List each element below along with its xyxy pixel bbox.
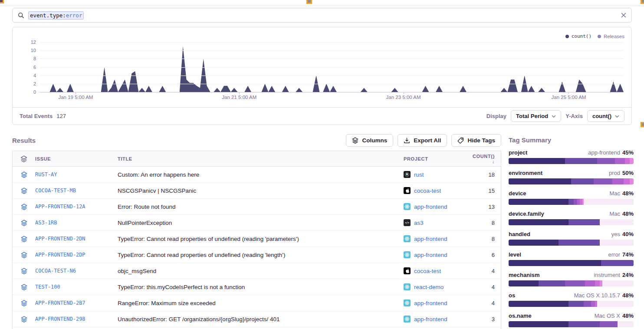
tag-top-value: Mac OS X 10.15.7: [574, 292, 620, 299]
project-link[interactable]: app-frontend: [395, 235, 469, 242]
column-header-count[interactable]: COUNT() ↓: [469, 154, 495, 164]
tag-bar-segment: [600, 219, 634, 225]
issue-title: TypeError: this.myCodeIsPerfect is not a…: [118, 284, 395, 290]
issue-stack-icon[interactable]: [13, 268, 35, 274]
table-row: COCOA-TEST-MB NSCGSPanicv | NSCGSPanic c…: [13, 183, 501, 199]
issue-stack-icon[interactable]: [13, 204, 35, 210]
hide-tags-button[interactable]: Hide Tags: [451, 134, 501, 147]
tag-distribution-bar[interactable]: [509, 321, 634, 327]
gridline: [39, 59, 624, 59]
column-header-project[interactable]: PROJECT: [395, 156, 469, 161]
react-platform-icon: [404, 299, 411, 306]
issue-link[interactable]: AS3-1RB: [35, 220, 118, 226]
gridline: [39, 67, 624, 68]
issue-stack-icon[interactable]: [13, 188, 35, 194]
tag-top-value: error: [608, 251, 620, 258]
events-area-chart[interactable]: 121086420 Jan 19 5:00 AM Jan 21 5:00 AM …: [39, 42, 624, 92]
tag-summary-item: device Mac 48%: [509, 190, 634, 205]
tag-top-value: Mac OS X: [595, 313, 620, 319]
chevron-down-icon: [615, 115, 619, 118]
tag-bar-segment: [600, 321, 617, 327]
issue-title: NSCGSPanicv | NSCGSPanic: [118, 188, 395, 194]
issue-link[interactable]: APP-FRONTEND-2B7: [35, 300, 118, 306]
issue-title: RangeError: Maximum size exceeded: [118, 300, 395, 306]
selection-handle: [0, 0, 4, 3]
project-link[interactable]: app-frontend: [395, 203, 469, 210]
tag-summary-item: device.family Mac 48%: [509, 211, 634, 225]
tag-distribution-bar[interactable]: [509, 158, 634, 164]
tag-bar-segment: [565, 280, 585, 286]
table-row: COCOA-TEST-N6 objc_msgSend cocoa-test 4: [13, 263, 501, 279]
issue-stack-icon[interactable]: [13, 252, 35, 258]
display-dropdown[interactable]: Total Period: [511, 110, 561, 122]
project-link[interactable]: react-demo: [395, 283, 469, 290]
issue-link[interactable]: APP-FRONTEND-2DP: [35, 252, 118, 258]
issue-stack-icon[interactable]: [13, 316, 35, 322]
tag-top-value: Mac: [609, 211, 620, 217]
react-platform-icon: [404, 316, 411, 322]
tag-icon: [457, 137, 464, 144]
code-platform-icon: </>: [404, 219, 411, 226]
tag-distribution-bar[interactable]: [509, 219, 634, 225]
issue-link[interactable]: RUST-AY: [35, 171, 118, 178]
tag-name: device: [509, 190, 526, 197]
tag-bar-segment: [571, 178, 594, 184]
issue-stack-icon[interactable]: [13, 220, 35, 226]
column-header-issue[interactable]: ISSUE: [35, 156, 118, 161]
column-header-title[interactable]: TITLE: [118, 156, 395, 161]
tag-distribution-bar[interactable]: [509, 260, 634, 266]
tag-bar-segment: [509, 280, 539, 286]
project-link[interactable]: app-frontend: [395, 299, 469, 306]
tag-summary: Tag Summary project app-frontend 45% env…: [509, 136, 634, 329]
tag-distribution-bar[interactable]: [509, 240, 634, 246]
project-link[interactable]: </>as3: [395, 219, 469, 226]
issue-link[interactable]: APP-FRONTEND-12A: [35, 204, 118, 210]
y-axis-tick-label: 10: [20, 48, 36, 53]
project-link[interactable]: cocoa-test: [395, 187, 469, 194]
project-link[interactable]: app-frontend: [395, 251, 469, 258]
issue-link[interactable]: TEST-100: [35, 284, 118, 290]
tag-top-percent: 40%: [622, 231, 634, 237]
issue-link[interactable]: APP-FRONTEND-298: [35, 316, 118, 322]
tag-top-percent: 50%: [622, 170, 634, 176]
issue-link[interactable]: COCOA-TEST-N6: [35, 268, 118, 274]
tag-distribution-bar[interactable]: [509, 178, 634, 184]
tag-distribution-bar[interactable]: [509, 280, 634, 286]
issue-stack-icon[interactable]: [13, 300, 35, 306]
tag-bar-segment: [559, 240, 600, 246]
tag-bar-segment: [585, 280, 595, 286]
issue-title: Error: Route not found: [118, 204, 395, 210]
tag-distribution-bar[interactable]: [509, 301, 634, 307]
chart-legend: count() Releases: [565, 33, 624, 39]
project-link[interactable]: cocoa-test: [395, 267, 469, 274]
tag-bar-segment: [568, 321, 600, 327]
export-all-button[interactable]: Export All: [398, 134, 447, 147]
y-axis-tick-label: 2: [20, 81, 36, 86]
y-axis-tick-label: 4: [20, 73, 36, 78]
project-link[interactable]: Rrust: [395, 171, 469, 178]
y-axis-dropdown[interactable]: count(): [587, 110, 624, 122]
search-bar[interactable]: event.type:error: [12, 8, 632, 23]
issue-count: 3: [469, 316, 495, 322]
tag-summary-item: os.name Mac OS X 48%: [509, 313, 634, 327]
issue-stack-icon[interactable]: [13, 284, 35, 290]
project-link[interactable]: app-frontend: [395, 316, 469, 322]
tag-distribution-bar[interactable]: [509, 199, 634, 205]
close-icon[interactable]: [621, 13, 626, 18]
issue-stack-icon[interactable]: [13, 236, 35, 242]
issue-link[interactable]: APP-FRONTEND-2DN: [35, 236, 118, 242]
issue-title: NullPointerException: [118, 220, 395, 226]
tag-bar-segment: [509, 240, 559, 246]
svg-text:</>: </>: [405, 221, 410, 224]
columns-button[interactable]: Columns: [346, 134, 393, 147]
issue-stack-icon[interactable]: [13, 171, 35, 178]
tag-bar-segment: [568, 199, 574, 205]
events-chart-panel: count() Releases 121086420 Jan 19 5:00 A…: [12, 27, 632, 125]
y-axis-tick-label: 12: [20, 39, 36, 45]
issue-link[interactable]: COCOA-TEST-MB: [35, 188, 118, 194]
legend-item[interactable]: count(): [565, 33, 591, 39]
legend-item[interactable]: Releases: [598, 34, 624, 39]
tag-bar-segment: [539, 280, 565, 286]
search-input[interactable]: event.type:error: [28, 11, 84, 20]
tag-bar-segment: [594, 178, 612, 184]
